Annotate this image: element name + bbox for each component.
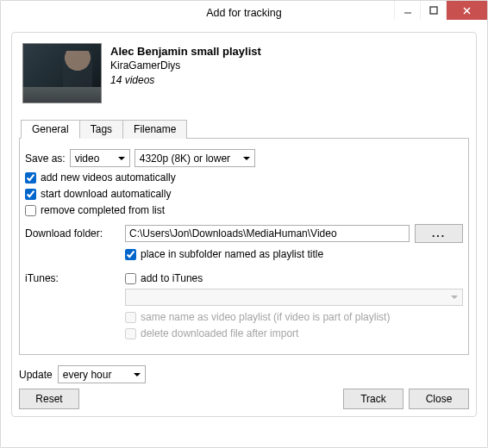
tab-filename[interactable]: Filename <box>122 120 187 139</box>
bottom-bar: Update every hour Reset Track Close <box>19 365 469 409</box>
close-button[interactable] <box>446 1 487 20</box>
playlist-owner: KiraGamerDiys <box>110 59 261 72</box>
itunes-playlist-select <box>125 289 463 306</box>
same-name-checkbox <box>125 312 136 323</box>
tab-tags[interactable]: Tags <box>79 120 123 139</box>
titlebar: Add for tracking <box>1 1 487 25</box>
subfolder-checkbox[interactable] <box>125 249 136 260</box>
playlist-count: 14 videos <box>110 74 261 86</box>
format-select-value: video <box>75 152 100 165</box>
playlist-thumbnail <box>22 43 102 103</box>
remove-completed-checkbox[interactable] <box>25 205 36 216</box>
reset-button[interactable]: Reset <box>19 389 79 409</box>
playlist-title: Alec Benjamin small playlist <box>110 45 261 58</box>
save-as-label: Save as: <box>25 152 66 165</box>
playlist-header: Alec Benjamin small playlist KiraGamerDi… <box>19 40 469 107</box>
minimize-button[interactable] <box>394 1 420 20</box>
remove-completed-label: remove completed from list <box>41 204 165 216</box>
track-button[interactable]: Track <box>343 389 404 409</box>
itunes-label: iTunes: <box>25 272 118 284</box>
delete-after-import-label: delete downloaded file after import <box>141 327 298 339</box>
tab-strip: General Tags Filename <box>19 119 469 138</box>
format-select[interactable]: video <box>70 149 130 167</box>
svg-rect-1 <box>430 7 437 14</box>
update-interval-select[interactable]: every hour <box>58 365 146 383</box>
add-new-checkbox[interactable] <box>25 172 36 184</box>
start-download-checkbox[interactable] <box>25 189 36 200</box>
update-label: Update <box>19 369 53 381</box>
add-to-itunes-label: add to iTunes <box>141 272 203 284</box>
add-new-label: add new videos automatically <box>41 171 176 184</box>
close-dialog-button[interactable]: Close <box>409 389 469 409</box>
main-panel: Alec Benjamin small playlist KiraGamerDi… <box>11 32 477 417</box>
download-folder-label: Download folder: <box>25 227 120 240</box>
update-interval-value: every hour <box>63 369 112 381</box>
quality-select-value: 4320p (8K) or lower <box>140 152 230 165</box>
subfolder-label: place in subfolder named as playlist tit… <box>141 248 323 260</box>
add-to-itunes-checkbox[interactable] <box>125 273 136 284</box>
start-download-label: start download automatically <box>41 188 171 200</box>
maximize-button[interactable] <box>420 1 446 20</box>
tab-body-general: Save as: video 4320p (8K) or lower add n… <box>19 138 469 355</box>
download-folder-input[interactable] <box>125 225 410 242</box>
browse-button[interactable]: ... <box>415 224 463 243</box>
same-name-label: same name as video playlist (if video is… <box>141 311 390 323</box>
delete-after-import-checkbox <box>125 328 136 339</box>
quality-select[interactable]: 4320p (8K) or lower <box>135 149 255 167</box>
window-controls <box>394 1 487 20</box>
tab-general[interactable]: General <box>21 120 80 139</box>
